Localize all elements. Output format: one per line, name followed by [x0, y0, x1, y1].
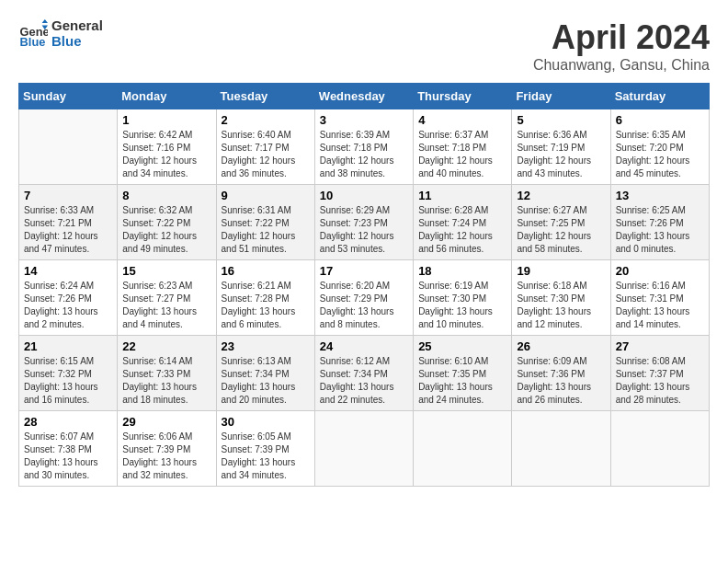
logo-icon: General Blue: [18, 19, 48, 49]
day-info: Sunrise: 6:40 AMSunset: 7:17 PMDaylight:…: [222, 130, 296, 178]
day-number: 13: [616, 189, 704, 202]
day-info: Sunrise: 6:32 AMSunset: 7:22 PMDaylight:…: [122, 205, 197, 254]
day-number: 22: [122, 339, 210, 353]
calendar-cell: 9 Sunrise: 6:31 AMSunset: 7:22 PMDayligh…: [216, 185, 314, 260]
day-info: Sunrise: 6:24 AMSunset: 7:26 PMDaylight:…: [24, 281, 98, 329]
day-info: Sunrise: 6:42 AMSunset: 7:16 PMDaylight:…: [122, 130, 197, 178]
calendar-cell: 18 Sunrise: 6:19 AMSunset: 7:30 PMDaylig…: [414, 260, 512, 336]
calendar-cell: 15 Sunrise: 6:23 AMSunset: 7:27 PMDaylig…: [118, 260, 216, 336]
day-info: Sunrise: 6:05 AMSunset: 7:39 PMDaylight:…: [222, 431, 296, 480]
day-number: 19: [517, 264, 605, 278]
day-number: 6: [616, 113, 704, 127]
day-info: Sunrise: 6:25 AMSunset: 7:26 PMDaylight:…: [616, 205, 690, 254]
day-number: 29: [122, 415, 210, 429]
day-info: Sunrise: 6:07 AMSunset: 7:38 PMDaylight:…: [24, 431, 98, 480]
day-number: 25: [418, 339, 506, 353]
calendar-cell: 25 Sunrise: 6:10 AMSunset: 7:35 PMDaylig…: [414, 336, 512, 411]
day-number: 3: [320, 113, 408, 127]
day-info: Sunrise: 6:19 AMSunset: 7:30 PMDaylight:…: [418, 281, 493, 329]
weekday-header: Friday: [512, 84, 610, 109]
calendar-cell: [314, 411, 413, 487]
day-number: 12: [517, 189, 605, 202]
day-info: Sunrise: 6:35 AMSunset: 7:20 PMDaylight:…: [616, 130, 690, 178]
calendar-cell: 29 Sunrise: 6:06 AMSunset: 7:39 PMDaylig…: [118, 411, 216, 487]
day-info: Sunrise: 6:13 AMSunset: 7:34 PMDaylight:…: [222, 356, 296, 405]
calendar-cell: 20 Sunrise: 6:16 AMSunset: 7:31 PMDaylig…: [610, 260, 709, 336]
calendar-cell: [512, 411, 610, 487]
calendar-cell: 19 Sunrise: 6:18 AMSunset: 7:30 PMDaylig…: [512, 260, 610, 336]
calendar-cell: 21 Sunrise: 6:15 AMSunset: 7:32 PMDaylig…: [19, 336, 118, 411]
title-block: April 2024 Chuanwang, Gansu, China: [533, 18, 710, 74]
weekday-header: Sunday: [19, 84, 118, 109]
calendar-cell: 26 Sunrise: 6:09 AMSunset: 7:36 PMDaylig…: [512, 336, 610, 411]
day-number: 18: [418, 264, 506, 278]
day-info: Sunrise: 6:29 AMSunset: 7:23 PMDaylight:…: [320, 205, 394, 254]
day-info: Sunrise: 6:39 AMSunset: 7:18 PMDaylight:…: [320, 130, 394, 178]
page-header: General Blue General Blue April 2024 Chu…: [18, 18, 710, 74]
day-info: Sunrise: 6:20 AMSunset: 7:29 PMDaylight:…: [320, 281, 394, 329]
calendar-cell: 1 Sunrise: 6:42 AMSunset: 7:16 PMDayligh…: [118, 109, 216, 185]
calendar-cell: 6 Sunrise: 6:35 AMSunset: 7:20 PMDayligh…: [610, 109, 709, 185]
day-number: 7: [24, 189, 112, 202]
day-number: 26: [517, 339, 605, 353]
svg-text:Blue: Blue: [20, 34, 46, 48]
calendar-table: SundayMondayTuesdayWednesdayThursdayFrid…: [18, 83, 710, 487]
day-number: 20: [616, 264, 704, 278]
day-info: Sunrise: 6:15 AMSunset: 7:32 PMDaylight:…: [24, 356, 98, 405]
calendar-cell: 12 Sunrise: 6:27 AMSunset: 7:25 PMDaylig…: [512, 185, 610, 260]
calendar-cell: [414, 411, 512, 487]
day-number: 16: [222, 264, 310, 278]
calendar-cell: 8 Sunrise: 6:32 AMSunset: 7:22 PMDayligh…: [118, 185, 216, 260]
calendar-cell: 13 Sunrise: 6:25 AMSunset: 7:26 PMDaylig…: [610, 185, 709, 260]
day-info: Sunrise: 6:31 AMSunset: 7:22 PMDaylight:…: [222, 205, 296, 254]
calendar-cell: 14 Sunrise: 6:24 AMSunset: 7:26 PMDaylig…: [19, 260, 118, 336]
day-info: Sunrise: 6:06 AMSunset: 7:39 PMDaylight:…: [122, 431, 197, 480]
day-info: Sunrise: 6:23 AMSunset: 7:27 PMDaylight:…: [122, 281, 197, 329]
day-number: 4: [418, 113, 506, 127]
weekday-header: Saturday: [610, 84, 709, 109]
calendar-cell: 10 Sunrise: 6:29 AMSunset: 7:23 PMDaylig…: [314, 185, 413, 260]
calendar-cell: 17 Sunrise: 6:20 AMSunset: 7:29 PMDaylig…: [314, 260, 413, 336]
calendar-cell: 5 Sunrise: 6:36 AMSunset: 7:19 PMDayligh…: [512, 109, 610, 185]
day-info: Sunrise: 6:10 AMSunset: 7:35 PMDaylight:…: [418, 356, 493, 405]
weekday-header: Thursday: [414, 84, 512, 109]
calendar-cell: 2 Sunrise: 6:40 AMSunset: 7:17 PMDayligh…: [216, 109, 314, 185]
calendar-cell: 23 Sunrise: 6:13 AMSunset: 7:34 PMDaylig…: [216, 336, 314, 411]
day-number: 15: [122, 264, 210, 278]
weekday-header: Monday: [118, 84, 216, 109]
day-info: Sunrise: 6:09 AMSunset: 7:36 PMDaylight:…: [517, 356, 591, 405]
calendar-cell: 3 Sunrise: 6:39 AMSunset: 7:18 PMDayligh…: [314, 109, 413, 185]
calendar-cell: 4 Sunrise: 6:37 AMSunset: 7:18 PMDayligh…: [414, 109, 512, 185]
day-number: 23: [222, 339, 310, 353]
location-title: Chuanwang, Gansu, China: [533, 57, 710, 74]
day-info: Sunrise: 6:18 AMSunset: 7:30 PMDaylight:…: [517, 281, 591, 329]
calendar-cell: 7 Sunrise: 6:33 AMSunset: 7:21 PMDayligh…: [19, 185, 118, 260]
day-number: 2: [222, 113, 310, 127]
logo-blue: Blue: [51, 34, 103, 50]
day-number: 1: [122, 113, 210, 127]
day-info: Sunrise: 6:33 AMSunset: 7:21 PMDaylight:…: [24, 205, 98, 254]
day-info: Sunrise: 6:36 AMSunset: 7:19 PMDaylight:…: [517, 130, 591, 178]
calendar-cell: 30 Sunrise: 6:05 AMSunset: 7:39 PMDaylig…: [216, 411, 314, 487]
logo-general: General: [51, 18, 103, 34]
calendar-cell: 16 Sunrise: 6:21 AMSunset: 7:28 PMDaylig…: [216, 260, 314, 336]
day-number: 10: [320, 189, 408, 202]
day-info: Sunrise: 6:16 AMSunset: 7:31 PMDaylight:…: [616, 281, 690, 329]
calendar-cell: [610, 411, 709, 487]
day-number: 11: [418, 189, 506, 202]
day-info: Sunrise: 6:14 AMSunset: 7:33 PMDaylight:…: [122, 356, 197, 405]
day-info: Sunrise: 6:08 AMSunset: 7:37 PMDaylight:…: [616, 356, 690, 405]
month-title: April 2024: [533, 18, 710, 57]
day-number: 24: [320, 339, 408, 353]
day-number: 27: [616, 339, 704, 353]
day-number: 5: [517, 113, 605, 127]
day-info: Sunrise: 6:37 AMSunset: 7:18 PMDaylight:…: [418, 130, 493, 178]
calendar-cell: 28 Sunrise: 6:07 AMSunset: 7:38 PMDaylig…: [19, 411, 118, 487]
day-info: Sunrise: 6:21 AMSunset: 7:28 PMDaylight:…: [222, 281, 296, 329]
weekday-header: Tuesday: [216, 84, 314, 109]
day-number: 8: [122, 189, 210, 202]
day-number: 21: [24, 339, 112, 353]
calendar-cell: 24 Sunrise: 6:12 AMSunset: 7:34 PMDaylig…: [314, 336, 413, 411]
day-number: 28: [24, 415, 112, 429]
day-info: Sunrise: 6:27 AMSunset: 7:25 PMDaylight:…: [517, 205, 591, 254]
